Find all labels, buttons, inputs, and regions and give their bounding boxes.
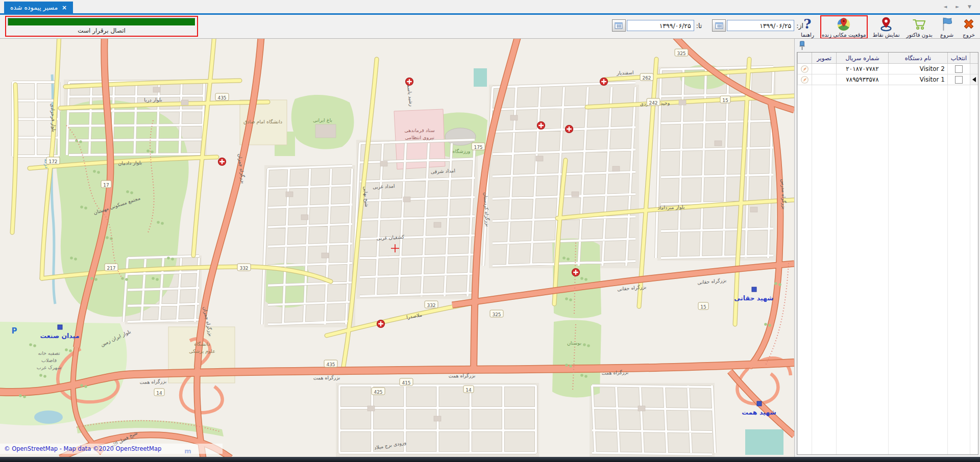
svg-text:15: 15: [700, 304, 706, 310]
svg-text:© OpenStreetMap - Map data ©20: © OpenStreetMap - Map data ©2020 OpenStr…: [4, 445, 161, 452]
svg-text:332: 332: [427, 303, 435, 308]
map-pin-icon: [878, 16, 894, 32]
route-badge: 262: [640, 73, 653, 81]
map-street-label: بزرگراه همت: [139, 378, 166, 385]
start-button[interactable]: شروع: [938, 15, 956, 38]
select-checkbox[interactable]: [955, 76, 963, 84]
pushpin-icon[interactable]: [798, 41, 806, 50]
map-street-label: فاضلاب: [41, 357, 57, 363]
header-image: تصویر: [812, 53, 836, 64]
image-cell: [812, 64, 836, 74]
connection-progress-bar: [8, 18, 195, 26]
select-checkbox[interactable]: [955, 65, 963, 73]
route-badge: 415: [400, 378, 413, 386]
tab-traveled-path[interactable]: × مسیر پیموده شده: [4, 2, 73, 13]
map-street-label: بزرگراه همت: [448, 373, 475, 379]
no-invoice-button-label: بدون فاکتور: [906, 32, 933, 38]
connection-status-text: اتصال برقرار است: [6, 27, 197, 34]
tab-close-icon[interactable]: ×: [62, 4, 67, 11]
exit-button[interactable]: خروج: [960, 15, 978, 38]
svg-text:172: 172: [48, 159, 57, 164]
cart-icon: [912, 16, 927, 32]
map-street-label: بوستان: [567, 340, 581, 346]
route-badge: 425: [372, 388, 385, 395]
help-button-label: راهنما: [801, 32, 814, 38]
map-street-label: اسفندیار: [616, 69, 634, 75]
device-name-cell[interactable]: Visitor 2: [888, 64, 947, 74]
window-bottom-strip: [0, 457, 980, 462]
map-canvas[interactable]: بزرگراه همتبزرگراه همتبزرگراه همتبزرگراه…: [0, 38, 794, 457]
svg-text:217: 217: [107, 266, 115, 271]
map-street-label: علوم پزشکی: [189, 348, 215, 354]
route-badge: 14: [463, 386, 474, 393]
map-point-marker[interactable]: [377, 320, 385, 328]
route-badge: 435: [324, 360, 337, 367]
device-name-cell[interactable]: Visitor 1: [888, 74, 947, 85]
map-point-marker[interactable]: [572, 269, 580, 276]
svg-text:325: 325: [492, 312, 501, 317]
svg-text:425: 425: [374, 390, 382, 395]
map-street-label: باغ ایرانی: [313, 117, 332, 123]
help-button[interactable]: ? راهنما: [798, 15, 817, 38]
device-table: انتخاب نام دستگاه شماره سریال تصویر Visi…: [797, 52, 978, 455]
start-button-label: شروع: [940, 32, 953, 38]
svg-text:شهید حقانی: شهید حقانی: [734, 294, 773, 302]
device-table-empty-area: [797, 85, 978, 454]
table-row[interactable]: Visitor 1۷۸۹۵۹۳۳۵۷۸: [797, 74, 978, 85]
map-point-marker[interactable]: [600, 78, 608, 86]
map-street-label: بزرگراه همت: [601, 369, 628, 376]
date-from-calendar-button[interactable]: [712, 19, 726, 32]
map-point-marker[interactable]: [537, 122, 545, 130]
map-street-label: ورزشگاه: [453, 148, 471, 154]
connection-status-box: اتصال برقرار است: [5, 16, 198, 37]
map-attribution: © OpenStreetMap - Map data ©2020 OpenStr…: [0, 444, 223, 454]
tab-bar: × مسیر پیموده شده ◄ ► ▼: [0, 0, 980, 15]
no-invoice-button[interactable]: بدون فاکتور: [905, 15, 934, 38]
header-gutter: [970, 53, 978, 64]
locate-cell[interactable]: [797, 64, 812, 74]
serial-cell: ۷۸۹۵۹۳۳۵۷۸: [836, 74, 888, 85]
svg-text:435: 435: [326, 362, 335, 367]
map-point-marker[interactable]: [406, 78, 413, 86]
map-street-label: دانشگاه امام صادق: [243, 119, 282, 124]
header-locate: [797, 53, 812, 64]
svg-text:14: 14: [156, 391, 162, 396]
map-point-marker[interactable]: [566, 125, 573, 133]
calendar-icon: [715, 22, 723, 29]
svg-text:14: 14: [465, 388, 472, 393]
route-badge: 217: [105, 264, 118, 271]
svg-text:242: 242: [649, 100, 657, 106]
live-location-button[interactable]: موقعیت مکانی زنده: [820, 15, 868, 39]
date-to-input[interactable]: [627, 20, 694, 31]
route-badge: 15: [698, 302, 708, 310]
map-point-marker[interactable]: [218, 158, 226, 166]
map-street-label: ستاد فرماندهی: [404, 127, 434, 133]
map-street-label: تصفیه خانه: [38, 350, 60, 356]
current-row-arrow-icon: [972, 77, 976, 82]
route-badge: 14: [154, 389, 164, 396]
exit-button-label: خروج: [963, 32, 975, 38]
locate-cell[interactable]: [797, 74, 812, 85]
close-x-icon: [961, 16, 976, 32]
svg-text:415: 415: [402, 380, 410, 386]
route-badge: 17: [101, 181, 111, 188]
date-from-input[interactable]: [727, 20, 794, 31]
header-device-name: نام دستگاه: [888, 53, 947, 64]
row-indicator-gutter: [970, 64, 978, 74]
route-badge: 332: [237, 264, 251, 271]
map-street-label: P: [12, 326, 17, 336]
map-street-label: بزرگراه همت: [313, 375, 340, 381]
globe-pin-icon: [836, 16, 851, 32]
tab-scroll-arrows[interactable]: ◄ ► ▼: [944, 4, 975, 9]
compass-icon: [800, 65, 809, 73]
select-cell: [947, 64, 970, 74]
table-row[interactable]: Visitor 2۲۰۱۸۷۰۷۷۸۲: [797, 64, 978, 74]
row-indicator-gutter: [970, 74, 978, 85]
svg-text:332: 332: [239, 266, 248, 271]
tab-title: مسیر پیموده شده: [10, 4, 58, 11]
date-to-calendar-button[interactable]: [612, 19, 626, 32]
map-street-label: بزرگراه مدرس: [780, 179, 787, 209]
show-points-button[interactable]: نمایش نقاط: [871, 15, 901, 38]
route-badge: 435: [215, 93, 229, 100]
svg-text:262: 262: [642, 75, 651, 81]
